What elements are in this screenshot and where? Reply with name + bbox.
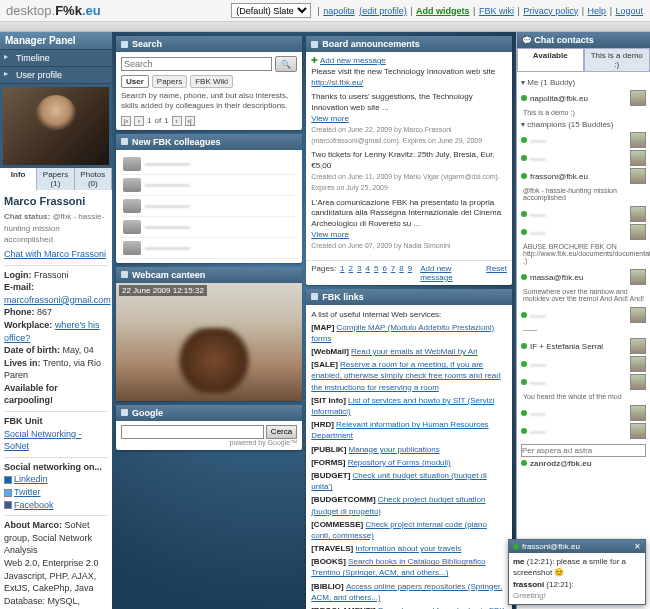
chat-self-name: zanrodz@fbk.eu — [530, 459, 592, 468]
chat-contact[interactable]: —— — [521, 306, 646, 324]
board-add-link-bottom[interactable]: Add new message — [420, 264, 452, 282]
user-link[interactable]: napolita — [323, 6, 355, 16]
tab-info[interactable]: Info — [0, 168, 37, 190]
skin-select[interactable]: (Default) Slate — [231, 3, 311, 18]
webcam-title[interactable]: Webcam canteen — [116, 267, 302, 283]
board-item-more[interactable]: View more — [311, 230, 349, 239]
google-search-input[interactable] — [121, 425, 264, 439]
contact-name: —— — [530, 154, 627, 163]
links-link[interactable]: Compile MAP (Modulo Addebito Prestazioni… — [311, 323, 494, 343]
chat-contact[interactable]: —— — [521, 373, 646, 391]
pager-page[interactable]: 9 — [408, 264, 412, 282]
board-reset-link[interactable]: Reset — [486, 264, 507, 282]
search-tab-user[interactable]: User — [121, 75, 149, 88]
twitter-icon — [4, 489, 12, 497]
search-widget-title[interactable]: Search — [116, 36, 302, 52]
chat-group-header[interactable]: Me (1 Buddy) — [521, 78, 646, 87]
chat-contact[interactable]: —— — [521, 131, 646, 149]
chat-contact[interactable]: —— — [521, 149, 646, 167]
privacy-link[interactable]: Privacy policy — [523, 6, 578, 16]
search-input[interactable] — [121, 57, 272, 71]
pager-last-icon[interactable]: ›| — [185, 116, 195, 126]
board-item-more[interactable]: View more — [311, 114, 349, 123]
wiki-link[interactable]: FBK wiki — [479, 6, 514, 16]
chat-contact[interactable]: —— — [521, 355, 646, 373]
search-tab-wiki[interactable]: FBK Wiki — [190, 75, 233, 88]
logout-link[interactable]: Logout — [615, 6, 643, 16]
chat-popup-header[interactable]: frassoni@fbk.eu ✕ — [509, 540, 645, 553]
pager-page[interactable]: 4 — [365, 264, 369, 282]
chat-contact[interactable]: —— — [521, 422, 646, 440]
presence-dot-icon — [521, 137, 527, 143]
chat-contact[interactable]: —— — [521, 223, 646, 241]
edit-profile-link[interactable]: (edit profile) — [359, 6, 407, 16]
pager-first-icon[interactable]: |‹ — [121, 116, 131, 126]
manager-panel-title: Manager Panel — [0, 32, 112, 50]
colleagues-title[interactable]: New FBK colleagues — [116, 134, 302, 150]
search-tab-papers[interactable]: Papers — [152, 75, 187, 88]
links-tag: [HRD] — [311, 420, 336, 429]
about-label: About Marco: — [4, 520, 62, 530]
contact-name: —— — [530, 360, 627, 369]
search-button[interactable]: 🔍 — [275, 56, 297, 72]
chat-title[interactable]: Chat contacts — [517, 32, 650, 48]
board-add-link[interactable]: Add new message — [320, 56, 386, 65]
colleague-item[interactable]: ————— — [121, 217, 297, 238]
chat-status-input[interactable] — [521, 444, 646, 457]
chat-contact[interactable]: —— — [521, 205, 646, 223]
pager-of: of — [154, 116, 161, 125]
carpool-text: Available for carpooling! — [4, 382, 108, 407]
links-title[interactable]: FBK links — [306, 289, 512, 305]
chat-group-header[interactable]: champions (15 Buddies) — [521, 120, 646, 129]
links-link[interactable]: Relevant information by Human Resources … — [311, 420, 488, 440]
linkedin-link[interactable]: Linkedin — [14, 474, 48, 484]
chat-contact[interactable]: massa@fbk.eu — [521, 268, 646, 286]
twitter-link[interactable]: Twitter — [14, 487, 41, 497]
pager-next-icon[interactable]: › — [172, 116, 182, 126]
chat-contact[interactable]: napolita@fbk.eu — [521, 89, 646, 107]
chat-contact[interactable]: frassoni@fbk.eu — [521, 167, 646, 185]
board-item-meta: Created on June 11, 2009 by Mario Vigar … — [311, 173, 500, 191]
unit-link[interactable]: Social Networking - SoNet — [4, 429, 82, 452]
sidebar-item-timeline[interactable]: Timeline — [0, 50, 112, 67]
pager-page[interactable]: 2 — [349, 264, 353, 282]
colleague-item[interactable]: ————— — [121, 196, 297, 217]
links-item: [HRD] Relevant information by Human Reso… — [311, 419, 507, 441]
chat-popup: frassoni@fbk.eu ✕ me (12:21): please a s… — [508, 539, 646, 605]
facebook-link[interactable]: Facebook — [14, 500, 54, 510]
pager-prev-icon[interactable]: ‹ — [134, 116, 144, 126]
sidebar-item-user-profile[interactable]: User profile — [0, 67, 112, 84]
links-link[interactable]: Information about your travels — [356, 544, 462, 553]
pager-page[interactable]: 1 — [340, 264, 344, 282]
pager-page[interactable]: 6 — [382, 264, 386, 282]
chat-tab-demo[interactable]: This is a demo :) — [584, 48, 651, 72]
contact-avatar — [630, 224, 646, 240]
google-search-button[interactable]: Cerca — [266, 425, 297, 439]
help-link[interactable]: Help — [588, 6, 607, 16]
add-widgets-link[interactable]: Add widgets — [416, 6, 470, 16]
colleague-item[interactable]: ————— — [121, 154, 297, 175]
tab-papers[interactable]: Papers (1) — [37, 168, 74, 190]
links-link[interactable]: Repository of Forms (moduli) — [348, 458, 451, 467]
pager-page[interactable]: 3 — [357, 264, 361, 282]
board-title[interactable]: Board announcements — [306, 36, 512, 52]
links-link[interactable]: Manage your publications — [349, 445, 440, 454]
chat-contact[interactable]: —— — [521, 404, 646, 422]
links-link[interactable]: Read your emails at WebMail by Ari — [351, 347, 478, 356]
links-tag: [SIT Info] — [311, 396, 348, 405]
colleague-item[interactable]: ————— — [121, 238, 297, 259]
pager-page[interactable]: 7 — [391, 264, 395, 282]
google-title[interactable]: Google — [116, 405, 302, 421]
chat-with-link[interactable]: Chat with Marco Frassoni — [4, 249, 106, 259]
colleague-item[interactable]: ————— — [121, 175, 297, 196]
email-link[interactable]: marcofrassoni@gmail.com — [4, 295, 111, 305]
pager-page[interactable]: 5 — [374, 264, 378, 282]
pager-page[interactable]: 8 — [399, 264, 403, 282]
chat-contact[interactable]: IF + Estefania Serral — [521, 337, 646, 355]
links-link[interactable]: Reserve a room for a meeting, if you are… — [311, 360, 500, 391]
chat-tab-available[interactable]: Available — [517, 48, 584, 72]
chat-popup-close-icon[interactable]: ✕ — [634, 542, 641, 551]
workplace-label: Workplace: — [4, 320, 52, 330]
board-item-link[interactable]: http://sl.fbk.eu/ — [311, 78, 363, 87]
tab-photos[interactable]: Photos (0) — [75, 168, 112, 190]
